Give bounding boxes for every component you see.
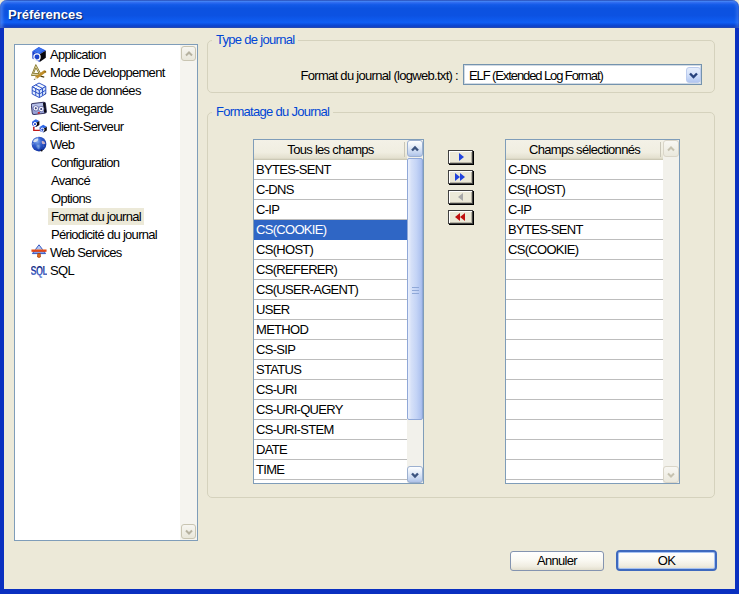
svg-text:SQL: SQL: [31, 264, 47, 278]
